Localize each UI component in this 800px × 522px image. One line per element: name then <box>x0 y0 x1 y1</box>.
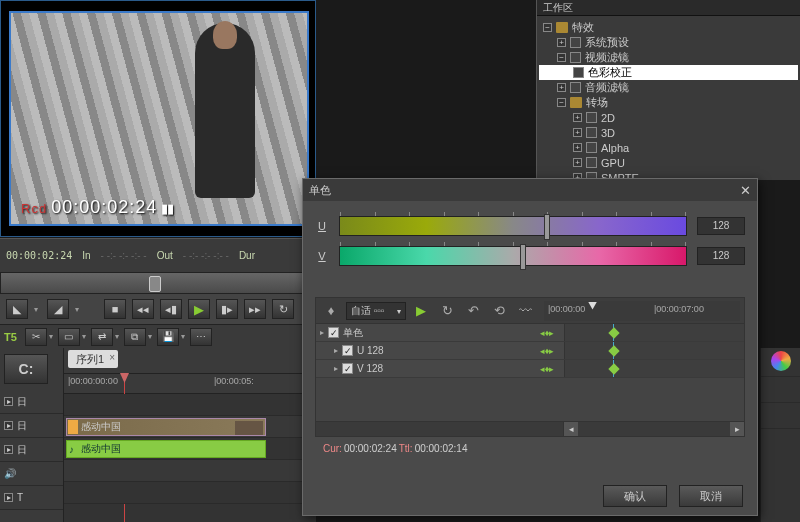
fast-fwd-button[interactable]: ▸▸ <box>244 299 266 319</box>
step-back-button[interactable]: ◂▮ <box>160 299 182 319</box>
expand-icon[interactable]: ▸ <box>4 493 13 502</box>
scrub-handle[interactable] <box>149 276 161 292</box>
expand-icon[interactable]: ▸ <box>334 346 338 355</box>
tree-2d[interactable]: +2D <box>539 110 798 125</box>
tree-video-filter[interactable]: −视频滤镜 <box>539 50 798 65</box>
tree-alpha[interactable]: +Alpha <box>539 140 798 155</box>
panel-row[interactable] <box>761 403 800 429</box>
tree-transition[interactable]: −转场 <box>539 95 798 110</box>
save-tool[interactable]: 💾 <box>157 328 179 346</box>
kf-undo-button[interactable]: ↶ <box>462 301 484 321</box>
expand-icon[interactable]: ▸ <box>4 397 13 406</box>
dropdown-icon[interactable]: ▾ <box>181 332 188 341</box>
kf-ruler[interactable]: |00:00:00 |00:00:07:00 <box>544 301 740 321</box>
keyframe-icon[interactable] <box>608 327 619 338</box>
tree-root-effects[interactable]: −特效 <box>539 20 798 35</box>
expand-icon[interactable]: + <box>573 113 582 122</box>
rewind-button[interactable]: ◂◂ <box>132 299 154 319</box>
kf-graph-button[interactable]: 〰 <box>514 301 536 321</box>
expand-icon[interactable]: ▸ <box>4 445 13 454</box>
tree-color-correction[interactable]: 色彩校正 <box>539 65 798 80</box>
audio-track-2[interactable] <box>64 460 316 482</box>
more-tool[interactable]: ⋯ <box>190 328 212 346</box>
expand-icon[interactable]: + <box>573 143 582 152</box>
dropdown-icon[interactable]: ▾ <box>34 305 41 314</box>
title-track[interactable] <box>64 482 316 504</box>
kf-scrollbar[interactable] <box>316 422 744 436</box>
kf-lane[interactable] <box>564 324 744 341</box>
video-track-2[interactable] <box>64 394 316 416</box>
cancel-button[interactable]: 取消 <box>679 485 743 507</box>
stop-button[interactable]: ■ <box>104 299 126 319</box>
dropdown-icon[interactable]: ▾ <box>75 305 82 314</box>
loop-button[interactable]: ↻ <box>272 299 294 319</box>
u-slider-handle[interactable] <box>544 214 550 240</box>
kf-add-button[interactable]: ♦ <box>320 301 342 321</box>
kf-nav[interactable]: ◂♦▸ <box>530 342 564 359</box>
audio-track-1[interactable]: 感动中国 <box>64 438 316 460</box>
expand-icon[interactable]: ▸ <box>320 328 324 337</box>
preview-viewport[interactable]: Rcd00:00:02:24▮▮ <box>9 11 309 226</box>
track-header[interactable]: ▸日 <box>0 438 63 462</box>
expand-icon[interactable]: − <box>557 53 566 62</box>
ok-button[interactable]: 确认 <box>603 485 667 507</box>
expand-icon[interactable]: ▸ <box>334 364 338 373</box>
tree-audio-filter[interactable]: +音频滤镜 <box>539 80 798 95</box>
c-mode-button[interactable]: C: <box>4 354 48 384</box>
sequence-tab[interactable]: 序列1 <box>68 350 118 368</box>
panel-row[interactable] <box>761 377 800 403</box>
dropdown-icon[interactable]: ▾ <box>115 332 122 341</box>
link-tool[interactable]: ⇄ <box>91 328 113 346</box>
kf-lane[interactable] <box>564 360 744 377</box>
step-fwd-button[interactable]: ▮▸ <box>216 299 238 319</box>
expand-icon[interactable]: ▸ <box>4 421 13 430</box>
kf-reset-button[interactable]: ⟲ <box>488 301 510 321</box>
mark-in-button[interactable]: ◣ <box>6 299 28 319</box>
kf-v-row[interactable]: ▸✓V 128 ◂♦▸ <box>316 360 744 378</box>
expand-icon[interactable]: + <box>573 128 582 137</box>
keyframe-icon[interactable] <box>608 345 619 356</box>
expand-icon[interactable]: − <box>543 23 552 32</box>
kf-loop-button[interactable]: ↻ <box>436 301 458 321</box>
group-tool[interactable]: ⧉ <box>124 328 146 346</box>
expand-icon[interactable]: + <box>557 83 566 92</box>
expand-icon[interactable]: − <box>557 98 566 107</box>
track-header[interactable]: ▸日 <box>0 414 63 438</box>
checkbox-icon[interactable]: ✓ <box>328 327 339 338</box>
mark-out-button[interactable]: ◢ <box>47 299 69 319</box>
v-gradient-slider[interactable] <box>339 246 687 266</box>
audio-clip[interactable]: 感动中国 <box>66 440 266 458</box>
dialog-titlebar[interactable]: 单色 ✕ <box>303 179 757 201</box>
speaker-icon[interactable]: 🔊 <box>4 468 16 479</box>
video-track-1[interactable]: 感动中国 <box>64 416 316 438</box>
dropdown-icon[interactable]: ▾ <box>49 332 56 341</box>
kf-nav[interactable]: ◂♦▸ <box>530 360 564 377</box>
tree-3d[interactable]: +3D <box>539 125 798 140</box>
color-wheel-row[interactable] <box>761 351 800 377</box>
close-icon[interactable]: ✕ <box>740 183 751 198</box>
scrub-bar[interactable] <box>0 272 316 294</box>
u-value-field[interactable]: 128 <box>697 217 745 235</box>
tree-gpu[interactable]: +GPU <box>539 155 798 170</box>
v-slider-handle[interactable] <box>520 244 526 270</box>
keyframe-icon[interactable] <box>608 363 619 374</box>
timeline-ruler[interactable]: |00:00:00:00 |00:00:05: <box>64 374 316 394</box>
kf-playhead[interactable] <box>592 301 593 321</box>
expand-icon[interactable]: + <box>557 38 566 47</box>
video-clip[interactable]: 感动中国 <box>66 418 266 436</box>
dropdown-icon[interactable]: ▾ <box>148 332 155 341</box>
checkbox-icon[interactable]: ✓ <box>342 363 353 374</box>
kf-lane[interactable] <box>564 342 744 359</box>
track-header[interactable]: ▸日 <box>0 390 63 414</box>
kf-play-button[interactable]: ▶ <box>410 301 432 321</box>
kf-u-row[interactable]: ▸✓U 128 ◂♦▸ <box>316 342 744 360</box>
v-value-field[interactable]: 128 <box>697 247 745 265</box>
play-button[interactable]: ▶ <box>188 299 210 319</box>
u-gradient-slider[interactable] <box>339 216 687 236</box>
dropdown-icon[interactable]: ▾ <box>82 332 89 341</box>
effect-dialog[interactable]: 单色 ✕ U 128 V 128 ♦ 自适 ▫▫▫ ▶ ↻ <box>302 178 758 516</box>
select-tool[interactable]: ▭ <box>58 328 80 346</box>
effects-tree[interactable]: −特效 +系统预设 −视频滤镜 色彩校正 +音频滤镜 −转场 +2D +3D +… <box>537 16 800 204</box>
track-header[interactable]: ▸T <box>0 486 63 510</box>
timeline-tracks[interactable]: 感动中国 感动中国 <box>64 394 316 504</box>
